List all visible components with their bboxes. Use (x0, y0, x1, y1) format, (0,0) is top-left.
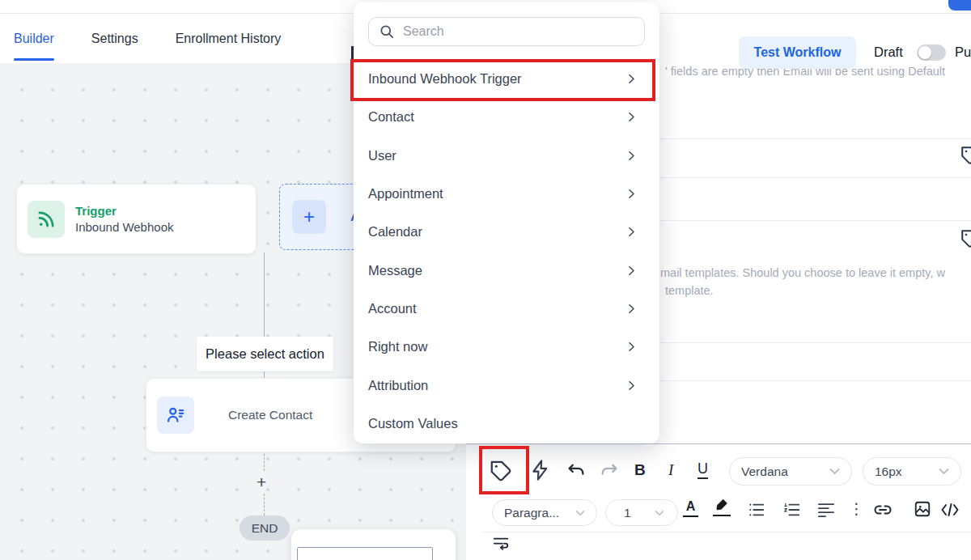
numbered-list-button[interactable] (783, 502, 801, 518)
trigger-badge: Trigger (75, 204, 174, 218)
redo-button[interactable] (599, 461, 619, 482)
plus-icon: + (292, 200, 326, 234)
menu-item-attribution[interactable]: Attribution (354, 366, 659, 404)
chevron-down-icon (655, 510, 664, 516)
menu-item-label: User (368, 148, 396, 163)
link-icon (873, 502, 893, 518)
toolbar-divider (482, 532, 971, 532)
search-input[interactable] (401, 23, 623, 40)
action-search-field[interactable] (368, 17, 645, 46)
merge-field-tag-icon[interactable] (960, 145, 971, 166)
end-badge: END (240, 515, 290, 541)
menu-item-label: Contact (368, 109, 414, 125)
chevron-right-icon (625, 188, 638, 200)
menu-item-custom-values[interactable]: Custom Values (354, 405, 659, 443)
code-view-button[interactable] (940, 502, 960, 518)
image-icon (914, 500, 931, 518)
highlighter-icon (714, 498, 730, 513)
text-color-letter: A (686, 500, 696, 513)
annotation-box-tag-icon (479, 446, 529, 494)
paragraph-format-select[interactable]: Paragra... (492, 499, 597, 526)
quick-action-button[interactable] (529, 459, 552, 482)
code-icon (940, 502, 960, 518)
tab-label: Enrollment History (176, 32, 282, 46)
menu-item-account[interactable]: Account (354, 290, 659, 328)
connector-dashed-top (264, 450, 265, 471)
text-color-button[interactable]: A (683, 500, 698, 517)
test-workflow-button[interactable]: Test Workflow (739, 36, 856, 69)
undo-button[interactable] (566, 461, 587, 482)
chevron-right-icon (625, 111, 638, 123)
bottom-popover-input[interactable] (297, 547, 433, 560)
tab-enrollment-history[interactable]: Enrollment History (176, 14, 282, 63)
tab-label: Builder (14, 32, 54, 46)
menu-item-label: Account (368, 301, 417, 316)
paragraph-format-value: Paragra... (504, 506, 559, 520)
menu-item-appointment[interactable]: Appointment (354, 175, 659, 213)
create-contact-label: Create Contact (228, 408, 312, 422)
select-action-tooltip: Please select action (197, 337, 333, 371)
menu-item-label: Appointment (368, 186, 443, 202)
select-action-text: Please select action (206, 346, 324, 362)
tab-builder[interactable]: Builder (14, 14, 54, 63)
partial-blue-button[interactable] (948, 0, 971, 11)
menu-item-label: Attribution (368, 378, 428, 393)
insert-image-button[interactable] (914, 500, 931, 518)
text-wrap-button[interactable] (492, 536, 510, 552)
tab-label: Settings (91, 32, 138, 46)
webhook-icon-tile (28, 201, 65, 238)
redo-icon (599, 461, 619, 482)
bold-button[interactable]: B (634, 461, 646, 479)
align-button[interactable] (817, 502, 835, 518)
menu-item-right-now[interactable]: Right now (354, 328, 659, 366)
publish-toggle[interactable] (917, 45, 946, 61)
align-left-icon (817, 502, 835, 518)
font-size-select[interactable]: 16px (863, 457, 961, 486)
lightning-icon (529, 459, 552, 482)
more-options-button[interactable]: ⋮ (849, 499, 864, 518)
menu-item-label: Message (368, 263, 422, 278)
menu-item-calendar[interactable]: Calendar (354, 213, 659, 251)
contact-icon-tile (157, 397, 194, 434)
text-color-bar (683, 515, 698, 518)
trigger-name: Inbound Webhook (75, 220, 174, 234)
create-contact-icon (165, 405, 186, 426)
insert-link-button[interactable] (873, 502, 893, 518)
chevron-right-icon (625, 150, 638, 162)
highlight-color-button[interactable] (713, 498, 731, 516)
chevron-right-icon (625, 265, 638, 277)
draft-label: Draft (874, 45, 903, 60)
font-family-select[interactable]: Verdana (729, 457, 852, 486)
highlight-color-bar (713, 515, 731, 517)
trigger-node[interactable]: Trigger Inbound Webhook (16, 184, 257, 254)
font-size-value: 16px (875, 465, 902, 479)
italic-button[interactable]: I (668, 461, 673, 479)
toggle-knob (918, 46, 931, 59)
tab-settings[interactable]: Settings (91, 14, 138, 63)
bullet-list-button[interactable] (748, 502, 765, 518)
publish-label: Pu (955, 45, 971, 60)
annotation-box-inbound-webhook (350, 59, 655, 101)
line-height-value: 1 (624, 506, 631, 520)
workflow-builder-screen: Trigger Inbound Webhook + Add Please sel… (0, 0, 971, 560)
menu-item-label: Right now (368, 339, 427, 354)
merge-field-tag-icon[interactable] (960, 228, 971, 249)
chevron-down-icon (939, 468, 949, 475)
rss-signal-icon (36, 209, 57, 230)
insert-step-plus-button[interactable]: + (257, 473, 266, 492)
editor-top-border (466, 443, 971, 444)
template-note-line2: template. (665, 284, 714, 297)
bullet-list-icon (748, 502, 765, 518)
template-note-line1: mail templates. Should you choose to lea… (660, 266, 945, 279)
menu-item-message[interactable]: Message (354, 251, 659, 289)
search-icon (379, 23, 395, 40)
chevron-down-icon (829, 468, 840, 475)
menu-item-label: Calendar (368, 224, 422, 240)
menu-item-contact[interactable]: Contact (354, 98, 659, 136)
numbered-list-icon (783, 502, 801, 518)
line-height-select[interactable]: 1 (605, 499, 678, 526)
menu-item-label: Custom Values (368, 416, 458, 431)
underline-button[interactable]: U (698, 461, 708, 479)
action-menu-list: Inbound Webhook TriggerContactUserAppoin… (354, 60, 659, 443)
menu-item-user[interactable]: User (354, 137, 659, 175)
